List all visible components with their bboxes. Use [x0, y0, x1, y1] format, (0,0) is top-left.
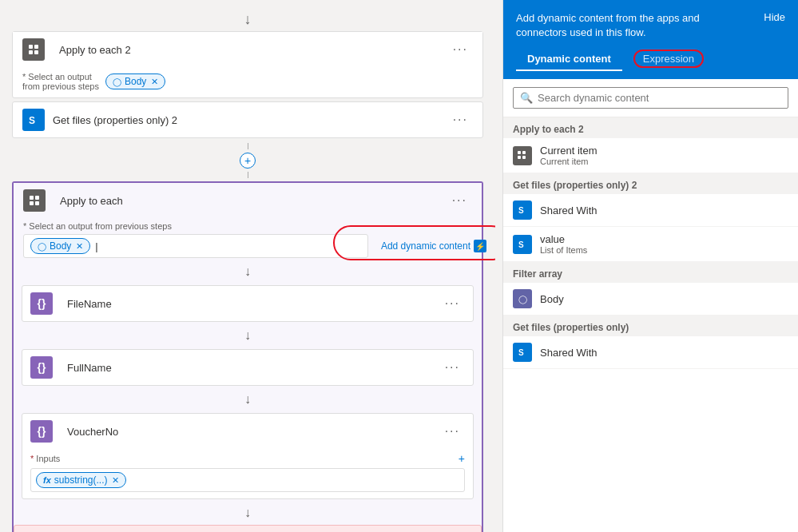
body-token-icon2: ◯ [38, 242, 46, 251]
voucherno-input-box[interactable]: fx substring(...) ✕ [30, 468, 465, 492]
shared-with-1-title: Shared With [540, 204, 788, 216]
side-panel-header-top: Add dynamic content from the apps and co… [516, 11, 785, 40]
get-files-2-dots[interactable]: ··· [448, 111, 473, 129]
tab-row: Dynamic content Expression [516, 48, 785, 71]
apply-each-2-icon [22, 38, 45, 61]
shared-with-2-text: Shared With [540, 347, 788, 359]
apply-each-2-card: Apply to each 2 ··· * Select an outputfr… [12, 31, 483, 98]
value-text: value List of Items [540, 233, 788, 255]
apply-each-body-token[interactable]: ◯ Body ✕ [30, 238, 90, 254]
body-icon: ◯ [513, 289, 532, 308]
dynamic-item-body[interactable]: ◯ Body [503, 283, 798, 316]
svg-rect-0 [29, 45, 33, 49]
add-step-btn[interactable]: + [240, 153, 256, 169]
svg-rect-5 [30, 196, 34, 200]
filename-dots[interactable]: ··· [440, 295, 465, 312]
add-dynamic-icon: ⚡ [474, 240, 486, 252]
filename-card: {} FileName ··· [22, 285, 474, 322]
svg-text:S: S [518, 348, 524, 357]
side-panel: Add dynamic content from the apps and co… [502, 0, 798, 532]
apply-each-2-body-token[interactable]: ◯ Body ✕ [105, 73, 165, 89]
svg-rect-12 [522, 156, 526, 159]
add-dynamic-content-btn[interactable]: Add dynamic content ⚡ [381, 240, 486, 252]
apply-each-select-section: * Select an output from previous steps ◯… [14, 218, 482, 263]
dynamic-item-shared-with-2[interactable]: S Shared With [503, 336, 798, 369]
svg-text:S: S [518, 240, 524, 249]
current-item-text: Current item Current item [540, 145, 788, 166]
voucherno-dots[interactable]: ··· [440, 423, 465, 440]
dynamic-item-value[interactable]: S value List of Items [503, 227, 798, 262]
svg-rect-3 [34, 50, 38, 54]
apply-each-dots[interactable]: ··· [447, 192, 472, 209]
filename-icon: {} [30, 292, 53, 315]
get-files-2-card: S Get files (properties only) 2 ··· [12, 101, 483, 138]
svg-rect-8 [35, 201, 39, 205]
fullname-icon: {} [30, 356, 53, 379]
filename-header: {} FileName ··· [22, 286, 473, 321]
dynamic-item-current-item[interactable]: Current item Current item [503, 138, 798, 173]
voucherno-header: {} VoucherNo ··· [22, 414, 473, 449]
svg-rect-9 [518, 151, 521, 154]
section-apply-each-2: Apply to each 2 [503, 117, 798, 138]
apply-each-body-input[interactable]: ◯ Body ✕ | [23, 234, 368, 258]
dynamic-content-list: Apply to each 2 Current item Current ite… [503, 117, 798, 532]
dynamic-item-shared-with-1[interactable]: S Shared With [503, 194, 798, 227]
expression-tab-circle: Expression [633, 50, 704, 68]
svg-rect-11 [518, 156, 521, 159]
fx-label: substring(...) [54, 474, 108, 486]
inputs-label-text: Inputs [36, 454, 60, 463]
svg-text:S: S [29, 115, 35, 126]
shared-with-2-title: Shared With [540, 347, 788, 359]
side-panel-header-text: Add dynamic content from the apps and co… [516, 11, 748, 40]
section-get-files-2: Get files (properties only) 2 [503, 173, 798, 194]
body-token-label2: Body [50, 240, 71, 252]
side-panel-header: Add dynamic content from the apps and co… [503, 0, 798, 79]
shared-with-1-icon: S [513, 200, 532, 220]
tab-expression[interactable]: Expression [622, 48, 715, 71]
hide-button[interactable]: Hide [764, 11, 785, 23]
plus-connector: + [12, 141, 483, 180]
apply-each-main-header: Apply to each ··· [14, 183, 482, 218]
fullname-card: {} FullName ··· [22, 349, 474, 386]
get-files-2-icon: S [22, 109, 45, 131]
top-connector: ↓ [12, 8, 483, 31]
main-canvas: ↓ Apply to each 2 ··· * Select an output… [0, 0, 495, 532]
inputs-label-row: * Inputs + [30, 452, 465, 465]
apply-each-title: Apply to each [60, 195, 123, 207]
apply-each-2-title: Apply to each 2 [59, 44, 131, 56]
body-title: Body [540, 293, 788, 305]
search-box[interactable]: 🔍 [513, 87, 788, 109]
apply-each-2-dots[interactable]: ··· [448, 41, 473, 58]
body-token-close[interactable]: ✕ [151, 77, 158, 87]
fx-icon: fx [43, 475, 51, 485]
fullname-dots[interactable]: ··· [440, 359, 465, 376]
value-sub: List of Items [540, 245, 788, 255]
add-dynamic-label: Add dynamic content [381, 240, 470, 252]
inputs-add-btn[interactable]: + [459, 452, 465, 465]
arrow-to-filename: ↓ [14, 263, 482, 280]
tab-dynamic-content[interactable]: Dynamic content [516, 48, 622, 71]
vert-line-top [248, 143, 248, 149]
arrow-to-voucherno: ↓ [14, 391, 482, 408]
apply-each-2-header: Apply to each 2 ··· [13, 32, 482, 67]
svg-rect-6 [35, 196, 39, 200]
voucherno-icon: {} [30, 420, 53, 443]
voucherno-card: {} VoucherNo ··· * Inputs + fx substring… [22, 413, 474, 499]
fullname-title: FullName [67, 362, 112, 374]
arrow-to-getrows: ↓ [14, 504, 482, 522]
search-input[interactable] [538, 92, 781, 104]
fx-token[interactable]: fx substring(...) ✕ [36, 472, 126, 488]
fx-token-close[interactable]: ✕ [112, 475, 119, 486]
search-icon: 🔍 [520, 92, 533, 104]
get-rows-card: SQL Get rows (V2) ··· [14, 525, 482, 532]
voucherno-title: VoucherNo [67, 426, 118, 438]
voucherno-inputs-section: * Inputs + fx substring(...) ✕ [22, 449, 473, 498]
vert-line-bottom [248, 172, 248, 178]
current-item-sub: Current item [540, 157, 788, 166]
body-token-close2[interactable]: ✕ [76, 241, 83, 252]
apply-each-select-label: * Select an output from previous steps [23, 221, 472, 231]
svg-text:S: S [518, 206, 524, 215]
svg-rect-1 [34, 45, 38, 49]
value-title: value [540, 233, 788, 245]
arrow-to-fullname: ↓ [14, 327, 482, 344]
